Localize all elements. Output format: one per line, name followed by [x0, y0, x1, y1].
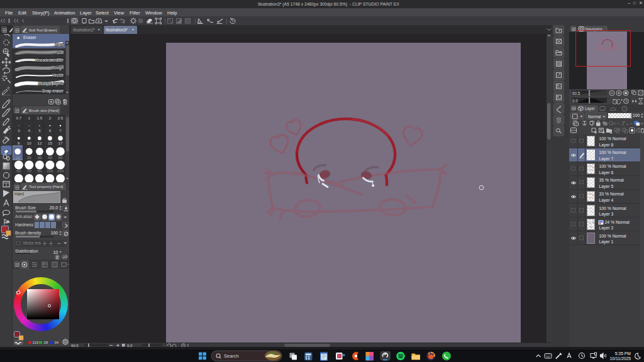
svg-text:7: 7: [59, 128, 62, 133]
svg-text:100: 100: [47, 168, 53, 173]
svg-text:?: ?: [231, 19, 234, 23]
svg-text:Vector: Vector: [52, 73, 64, 77]
svg-text:0.7: 0.7: [16, 116, 21, 120]
svg-text:10/11/2025: 10/11/2025: [609, 356, 631, 361]
svg-text:2: 2: [49, 116, 52, 120]
svg-text:50: 50: [58, 155, 63, 160]
svg-text:8: 8: [18, 141, 20, 145]
svg-text:25: 25: [27, 155, 31, 160]
svg-text:1.5: 1.5: [37, 116, 43, 120]
svg-text:30: 30: [37, 155, 42, 160]
svg-text:60: 60: [16, 168, 21, 173]
svg-text:40: 40: [48, 155, 52, 160]
svg-text:10: 10: [27, 141, 31, 145]
svg-text:Kneaded eraser: Kneaded eraser: [35, 57, 64, 62]
svg-text:70: 70: [27, 168, 31, 173]
svg-text:Search: Search: [224, 353, 239, 359]
svg-text:Hard: Hard: [55, 42, 64, 47]
svg-text:Soft: Soft: [57, 50, 64, 54]
svg-text:3: 3: [18, 128, 20, 133]
svg-text:5:35 PM: 5:35 PM: [615, 351, 631, 356]
svg-text:2.5: 2.5: [58, 116, 64, 120]
svg-text:20: 20: [16, 155, 20, 160]
svg-text:15: 15: [48, 141, 52, 145]
svg-text:4: 4: [28, 128, 31, 133]
svg-text:Multiple layers: Multiple layers: [38, 80, 64, 85]
svg-text:80: 80: [37, 168, 42, 173]
svg-text:17: 17: [58, 141, 63, 145]
svg-text:Rough: Rough: [52, 65, 64, 70]
svg-text:Snap eraser: Snap eraser: [42, 88, 64, 93]
svg-text:0.0: 0.0: [572, 99, 578, 103]
svg-text:1: 1: [28, 116, 31, 120]
svg-text:120: 120: [57, 168, 64, 173]
svg-text:5: 5: [38, 128, 41, 133]
svg-text:60.5: 60.5: [572, 91, 580, 96]
svg-text:12: 12: [37, 141, 42, 145]
svg-text:6: 6: [49, 128, 52, 133]
